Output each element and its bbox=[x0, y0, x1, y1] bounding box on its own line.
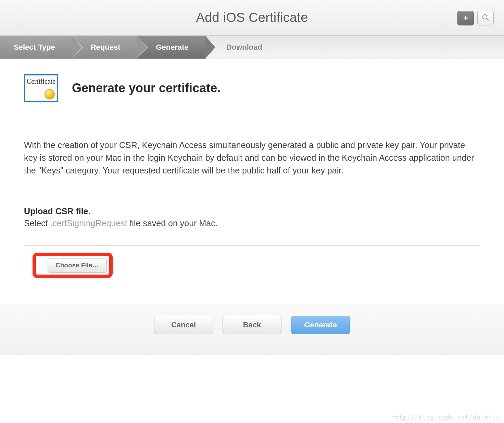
main-content: Certificate Generate your certificate. W… bbox=[0, 59, 504, 287]
choose-file-button[interactable]: Choose File… bbox=[48, 258, 107, 273]
header-bar: Add iOS Certificate + bbox=[0, 0, 504, 36]
step-label: Generate bbox=[156, 43, 188, 52]
page-title: Generate your certificate. bbox=[72, 81, 220, 95]
seal-icon bbox=[45, 89, 55, 99]
header-button-group: + bbox=[457, 11, 494, 25]
certificate-icon-label: Certificate bbox=[27, 77, 55, 85]
upload-heading: Upload CSR file. bbox=[24, 206, 480, 216]
add-button[interactable]: + bbox=[457, 11, 474, 25]
back-button[interactable]: Back bbox=[223, 316, 281, 334]
generate-button[interactable]: Generate bbox=[291, 316, 350, 334]
description-text: With the creation of your CSR, Keychain … bbox=[24, 139, 480, 177]
footer-bar: Cancel Back Generate bbox=[0, 304, 504, 355]
step-breadcrumb: Select Type Request Generate Download bbox=[0, 36, 504, 59]
title-row: Certificate Generate your certificate. bbox=[24, 74, 480, 102]
plus-icon: + bbox=[463, 14, 468, 22]
certificate-icon: Certificate bbox=[24, 74, 58, 102]
search-icon bbox=[482, 14, 489, 23]
divider bbox=[24, 123, 480, 123]
upload-subtext: Select .certSigningRequest file saved on… bbox=[24, 218, 480, 228]
svg-line-1 bbox=[487, 19, 489, 21]
upload-sub-prefix: Select bbox=[24, 218, 50, 228]
step-label: Select Type bbox=[14, 43, 55, 52]
upload-sub-ext: .certSigningRequest bbox=[50, 218, 127, 228]
search-button[interactable] bbox=[477, 11, 494, 25]
cancel-button[interactable]: Cancel bbox=[154, 316, 213, 334]
upload-box: Choose File… bbox=[24, 245, 480, 283]
upload-sub-suffix: file saved on your Mac. bbox=[127, 218, 218, 228]
step-label: Request bbox=[91, 43, 121, 52]
header-title: Add iOS Certificate bbox=[196, 10, 308, 25]
step-label: Download bbox=[226, 43, 262, 52]
step-select-type[interactable]: Select Type bbox=[0, 36, 72, 59]
